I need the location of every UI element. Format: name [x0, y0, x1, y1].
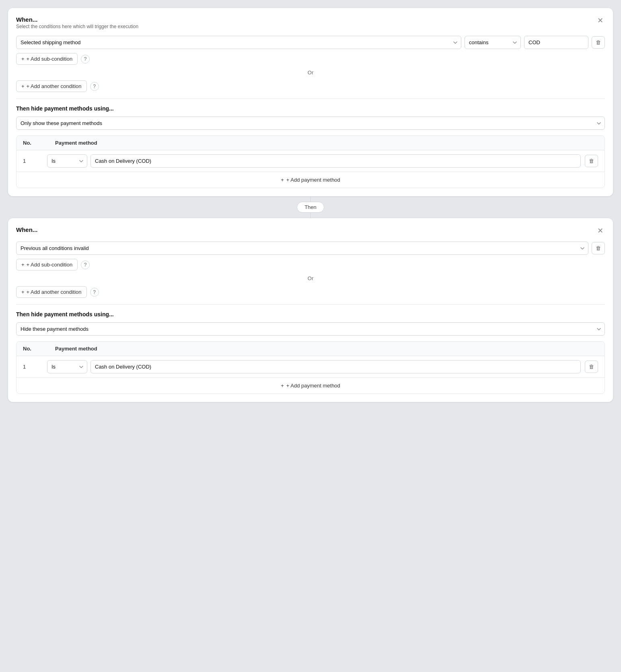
plus-icon-card2-payment: + [281, 383, 284, 389]
card1-add-condition-row: + + Add another condition ? [16, 80, 605, 92]
card2-row1-delete-button[interactable]: 🗑 [585, 361, 598, 373]
card1-title: When... [16, 16, 138, 23]
card1-or-divider: Or [16, 70, 605, 76]
card2-then-section: Then hide payment methods using... Only … [16, 311, 605, 394]
card2-row1-fields: Is Is not [47, 360, 581, 373]
card2-add-condition-row: + + Add another condition ? [16, 286, 605, 298]
card2-divider [16, 304, 605, 305]
card1-divider [16, 98, 605, 99]
card2-payment-table: No. Payment method 1 Is Is not 🗑 [16, 341, 605, 394]
card2-sub-condition-row: + + Add sub-condition ? [16, 259, 605, 270]
card1-operator-select[interactable]: contains equals starts with ends with [465, 36, 521, 49]
card1-table-header: No. Payment method [16, 136, 605, 150]
card1-row1-fields: Is Is not [47, 154, 581, 168]
card2-header: When... ✕ [16, 226, 605, 235]
card1-close-button[interactable]: ✕ [596, 16, 605, 25]
card1-delete-condition-button[interactable]: 🗑 [592, 36, 605, 49]
card2-add-payment-button[interactable]: + + Add payment method [16, 378, 605, 393]
card2-payment-row-1: 1 Is Is not 🗑 [16, 356, 605, 378]
card1-sub-condition-help-button[interactable]: ? [81, 55, 90, 64]
card1-payment-table: No. Payment method 1 Is Is not 🗑 [16, 135, 605, 188]
card1-subtitle: Select the conditions here which will tr… [16, 24, 138, 29]
card1-add-another-condition-button[interactable]: + + Add another condition [16, 80, 87, 92]
card1-row1-value-input[interactable] [90, 154, 581, 168]
card1-field-select[interactable]: Selected shipping method Payment method … [16, 36, 461, 49]
card2-row1-operator-select[interactable]: Is Is not [47, 360, 87, 373]
card1-row1-delete-button[interactable]: 🗑 [585, 155, 598, 167]
plus-icon-card2: + [21, 262, 25, 268]
when-card-2: When... ✕ Previous all conditions invali… [8, 218, 613, 402]
card2-row1-value-input[interactable] [90, 360, 581, 373]
card2-condition-help-button[interactable]: ? [90, 288, 99, 297]
then-badge: Then [297, 202, 324, 213]
card2-row1-num: 1 [23, 364, 43, 370]
card1-add-sub-condition-button[interactable]: + + Add sub-condition [16, 53, 78, 65]
card1-condition-help-button[interactable]: ? [90, 82, 99, 91]
trash-icon-card2-row1: 🗑 [589, 364, 594, 370]
card2-payment-dropdown-row: Only show these payment methods Hide the… [16, 322, 605, 336]
card2-close-button[interactable]: ✕ [596, 226, 605, 235]
then-connector: Then [8, 196, 613, 218]
card1-then-section: Then hide payment methods using... Only … [16, 105, 605, 188]
card2-add-another-condition-button[interactable]: + + Add another condition [16, 286, 87, 298]
card2-condition-row: Previous all conditions invalid Selected… [16, 242, 605, 255]
card1-header: When... Select the conditions here which… [16, 16, 605, 29]
card1-row1-num: 1 [23, 158, 43, 164]
card1-title-block: When... Select the conditions here which… [16, 16, 138, 29]
card2-title: When... [16, 226, 37, 233]
card2-payment-mode-select[interactable]: Only show these payment methods Hide the… [16, 322, 605, 336]
card2-field-select[interactable]: Previous all conditions invalid Selected… [16, 242, 588, 255]
card1-value-input[interactable] [524, 36, 588, 49]
card1-sub-condition-row: + + Add sub-condition ? [16, 53, 605, 65]
plus-icon-card2-2: + [21, 289, 25, 295]
card1-payment-dropdown-row: Only show these payment methods Hide the… [16, 117, 605, 130]
card2-then-title: Then hide payment methods using... [16, 311, 605, 318]
card1-add-payment-button[interactable]: + + Add payment method [16, 172, 605, 188]
trash-icon: 🗑 [596, 39, 601, 45]
card2-sub-condition-help-button[interactable]: ? [81, 260, 90, 269]
plus-icon-2: + [21, 83, 25, 89]
card1-payment-row-1: 1 Is Is not 🗑 [16, 150, 605, 172]
trash-icon-card2: 🗑 [596, 245, 601, 251]
card2-table-header: No. Payment method [16, 342, 605, 356]
trash-icon-row1: 🗑 [589, 158, 594, 164]
card1-payment-mode-select[interactable]: Only show these payment methods Hide the… [16, 117, 605, 130]
card2-delete-condition-button[interactable]: 🗑 [592, 242, 605, 254]
card1-then-title: Then hide payment methods using... [16, 105, 605, 112]
when-card-1: When... Select the conditions here which… [8, 8, 613, 196]
card2-or-divider: Or [16, 275, 605, 281]
plus-icon-payment: + [281, 177, 284, 183]
card1-condition-row: Selected shipping method Payment method … [16, 36, 605, 49]
plus-icon: + [21, 56, 25, 62]
card2-add-sub-condition-button[interactable]: + + Add sub-condition [16, 259, 78, 270]
card1-row1-operator-select[interactable]: Is Is not [47, 154, 87, 168]
